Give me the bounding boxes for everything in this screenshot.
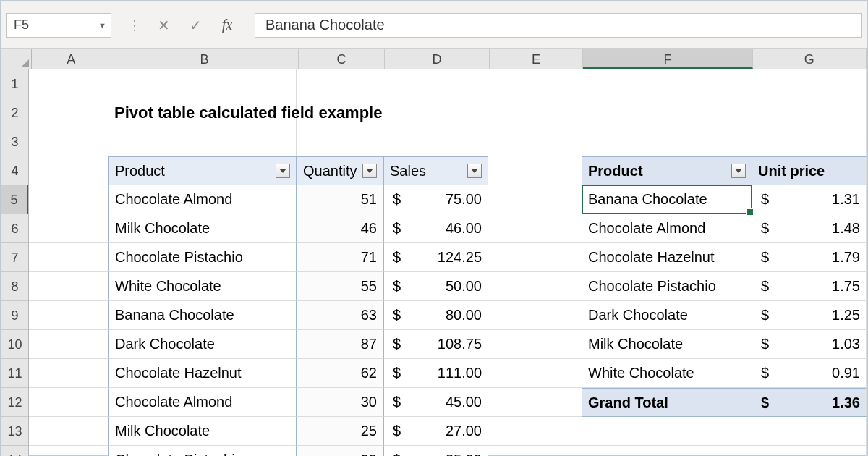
table-row-product[interactable]: Chocolate Pistachio bbox=[109, 446, 297, 456]
table-row-quantity[interactable]: 30 bbox=[297, 388, 383, 417]
cell[interactable] bbox=[29, 214, 109, 243]
cell[interactable] bbox=[582, 417, 752, 446]
cell[interactable] bbox=[488, 330, 582, 359]
cell[interactable] bbox=[752, 69, 867, 98]
table-row-quantity[interactable]: 46 bbox=[297, 214, 383, 243]
fx-button[interactable]: fx bbox=[215, 13, 239, 38]
cell[interactable] bbox=[29, 417, 109, 446]
confirm-formula-button[interactable]: ✓ bbox=[183, 13, 208, 38]
name-box[interactable]: F5 ▼ bbox=[6, 13, 111, 38]
row-header-5[interactable]: 5 bbox=[1, 185, 28, 214]
col-header-F[interactable]: F bbox=[583, 49, 752, 69]
cell[interactable] bbox=[29, 359, 109, 388]
pivot-row-product[interactable]: Chocolate Pistachio bbox=[582, 272, 752, 301]
cell[interactable] bbox=[752, 127, 867, 156]
table-row-quantity[interactable]: 25 bbox=[297, 417, 383, 446]
table-row-sales[interactable]: $35.00 bbox=[383, 446, 488, 456]
col-header-B[interactable]: B bbox=[111, 49, 299, 69]
row-header-4[interactable]: 4 bbox=[1, 156, 28, 185]
table-row-quantity[interactable]: 20 bbox=[297, 446, 383, 456]
cell[interactable] bbox=[29, 185, 109, 214]
row-header-6[interactable]: 6 bbox=[1, 214, 28, 243]
cell[interactable] bbox=[752, 98, 867, 127]
cell[interactable] bbox=[488, 98, 582, 127]
row-header-8[interactable]: 8 bbox=[1, 272, 28, 301]
pivot-row-product[interactable]: Dark Chocolate bbox=[582, 301, 752, 330]
col-header-C[interactable]: C bbox=[299, 49, 386, 69]
cell[interactable] bbox=[109, 69, 297, 98]
table-row-product[interactable]: Dark Chocolate bbox=[109, 330, 297, 359]
col-header-A[interactable]: A bbox=[32, 49, 111, 69]
table-row-product[interactable]: Milk Chocolate bbox=[109, 214, 297, 243]
col-header-E[interactable]: E bbox=[490, 49, 584, 69]
cell[interactable] bbox=[29, 243, 109, 272]
table-row-sales[interactable]: $111.00 bbox=[383, 359, 488, 388]
cell[interactable] bbox=[582, 127, 752, 156]
table-row-sales[interactable]: $50.00 bbox=[383, 272, 488, 301]
cell[interactable] bbox=[488, 214, 582, 243]
cell[interactable] bbox=[488, 301, 582, 330]
pivot-row-price[interactable]: $0.91 bbox=[752, 359, 867, 388]
formula-input[interactable]: Banana Chocolate bbox=[255, 13, 862, 38]
pivot-row-product[interactable]: Banana Chocolate bbox=[582, 185, 752, 214]
row-header-11[interactable]: 11 bbox=[1, 359, 28, 388]
cell[interactable] bbox=[488, 243, 582, 272]
filter-icon[interactable] bbox=[467, 164, 482, 178]
table-row-sales[interactable]: $27.00 bbox=[383, 417, 488, 446]
cells-area[interactable]: Pivot table calculated field exampleProd… bbox=[29, 69, 867, 456]
cell[interactable] bbox=[29, 330, 109, 359]
row-header-3[interactable]: 3 bbox=[1, 127, 28, 156]
table-row-sales[interactable]: $124.25 bbox=[383, 243, 488, 272]
cell[interactable] bbox=[488, 185, 582, 214]
table-header-quantity[interactable]: Quantity bbox=[297, 156, 383, 185]
table-row-quantity[interactable]: 87 bbox=[297, 330, 383, 359]
cell[interactable] bbox=[29, 446, 109, 456]
cell[interactable] bbox=[488, 388, 582, 417]
pivot-row-price[interactable]: $1.79 bbox=[752, 243, 867, 272]
pivot-row-product[interactable]: White Chocolate bbox=[582, 359, 752, 388]
pivot-row-price[interactable]: $1.48 bbox=[752, 214, 867, 243]
cell[interactable] bbox=[383, 98, 488, 127]
table-row-product[interactable]: White Chocolate bbox=[109, 272, 297, 301]
select-all-corner[interactable] bbox=[1, 49, 32, 69]
pivot-grand-total-value[interactable]: $1.36 bbox=[752, 388, 867, 417]
pivot-row-price[interactable]: $1.03 bbox=[752, 330, 867, 359]
row-header-13[interactable]: 13 bbox=[1, 417, 28, 446]
col-header-G[interactable]: G bbox=[753, 49, 867, 69]
filter-icon[interactable] bbox=[731, 164, 746, 178]
cell[interactable] bbox=[383, 127, 488, 156]
cell[interactable] bbox=[488, 69, 582, 98]
cancel-formula-button[interactable]: ✕ bbox=[151, 13, 176, 38]
table-row-quantity[interactable]: 55 bbox=[297, 272, 383, 301]
pivot-row-product[interactable]: Chocolate Hazelnut bbox=[582, 243, 752, 272]
cell[interactable] bbox=[29, 388, 109, 417]
cell[interactable] bbox=[29, 301, 109, 330]
pivot-grand-total-label[interactable]: Grand Total bbox=[582, 388, 752, 417]
cell[interactable] bbox=[29, 156, 109, 185]
filter-icon[interactable] bbox=[362, 164, 377, 178]
pivot-row-product[interactable]: Chocolate Almond bbox=[582, 214, 752, 243]
cell[interactable] bbox=[488, 417, 582, 446]
cell[interactable] bbox=[297, 98, 383, 127]
cell[interactable] bbox=[29, 127, 109, 156]
filter-icon[interactable] bbox=[276, 164, 290, 178]
table-row-sales[interactable]: $80.00 bbox=[383, 301, 488, 330]
cell[interactable] bbox=[582, 98, 752, 127]
cell[interactable] bbox=[752, 417, 867, 446]
table-row-product[interactable]: Chocolate Almond bbox=[109, 185, 297, 214]
pivot-row-price[interactable]: $1.25 bbox=[752, 301, 867, 330]
col-header-D[interactable]: D bbox=[385, 49, 490, 69]
cell[interactable] bbox=[109, 127, 297, 156]
table-row-sales[interactable]: $108.75 bbox=[383, 330, 488, 359]
table-row-product[interactable]: Chocolate Almond bbox=[109, 388, 297, 417]
cell[interactable] bbox=[488, 446, 582, 456]
cell[interactable] bbox=[29, 272, 109, 301]
table-row-product[interactable]: Chocolate Hazelnut bbox=[109, 359, 297, 388]
table-row-sales[interactable]: $75.00 bbox=[383, 185, 488, 214]
table-row-quantity[interactable]: 63 bbox=[297, 301, 383, 330]
table-row-product[interactable]: Milk Chocolate bbox=[109, 417, 297, 446]
pivot-row-price[interactable]: $1.75 bbox=[752, 272, 867, 301]
row-header-1[interactable]: 1 bbox=[1, 69, 28, 98]
cell[interactable] bbox=[752, 446, 867, 456]
cell[interactable] bbox=[488, 272, 582, 301]
